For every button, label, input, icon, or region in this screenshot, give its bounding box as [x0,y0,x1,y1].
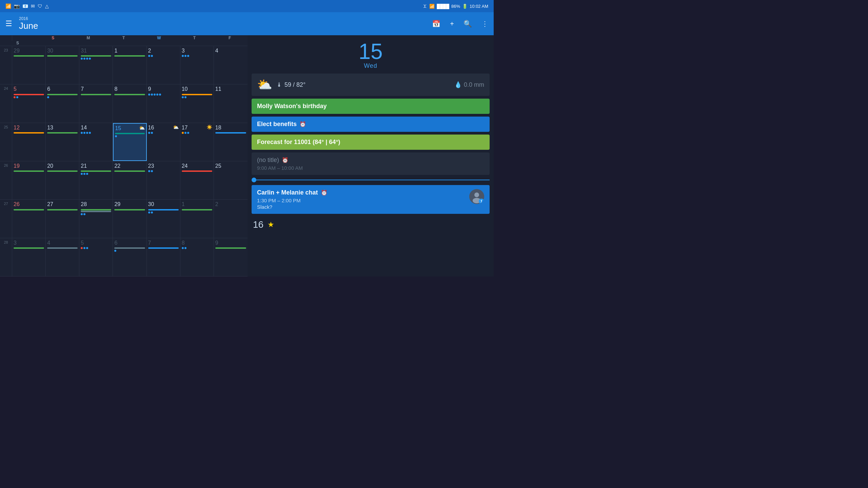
next-day-row: 16 ★ [248,217,494,233]
rain-icon: 💧 [454,81,462,88]
event-dot [148,55,150,57]
calendar-day[interactable]: 9 [147,84,180,122]
search-button[interactable]: 🔍 [463,20,472,28]
calendar-day[interactable]: 31 [79,46,113,84]
event-dot [83,132,85,134]
calendar-day[interactable]: 29 [113,200,146,238]
calendar-grid: 232930311234245678910112512131415⛅16⛅17☀… [0,46,248,277]
chat-event-card[interactable]: Carlin + Melanie chat ⏰ 1:30 PM – 2:00 P… [252,185,490,214]
day-header-thu: T [177,35,212,41]
event-bars [114,209,145,210]
calendar-day[interactable]: 20 [46,161,79,199]
calendar-day[interactable]: 17☀️ [180,123,214,161]
cell-weather-icon: ☀️ [206,124,212,130]
event-dots [81,132,111,134]
day-number: 30 [148,201,179,207]
calendar-day[interactable]: 12 [12,123,46,161]
no-title-event-card[interactable]: (no title) ⏰ 9:00 AM – 10:00 AM [252,152,490,175]
event-dot [86,247,88,249]
day-number: 6 [114,240,145,246]
calendar-day[interactable]: 11 [214,84,248,122]
day-header-sun: S [35,35,71,41]
event-bar [114,247,145,249]
thermometer-icon: 🌡 [276,81,282,88]
event-bar [114,170,145,172]
calendar-day[interactable]: 8 [180,238,214,276]
day-number: 1 [114,47,145,54]
month-label: June [19,21,38,31]
event-bars [148,209,179,210]
event-bar [182,94,212,95]
event-bars [182,209,212,210]
event-dot [151,170,153,172]
event-bar [215,247,246,249]
current-time-marker [252,178,490,182]
calendar-day[interactable]: 3 [180,46,214,84]
calendar-day[interactable]: 16⛅ [147,123,180,161]
chat-event-inner: Carlin + Melanie chat ⏰ 1:30 PM – 2:00 P… [257,189,484,210]
event-dot [184,55,186,57]
main-content: S M T W T F S 23293031123424567891011251… [0,35,494,277]
alarm-icon: ⏰ [299,121,306,127]
calendar-day[interactable]: 4 [46,238,79,276]
calendar-day[interactable]: 29 [12,46,46,84]
event-bars [14,170,44,172]
calendar-day[interactable]: 9 [214,238,248,276]
calendar-day[interactable]: 28 [79,200,113,238]
calendar-day[interactable]: 4 [214,46,248,84]
calendar-day[interactable]: 7 [147,238,180,276]
birthday-event-card[interactable]: Molly Watson's birthday [252,99,490,114]
calendar-day[interactable]: 30 [147,200,180,238]
calendar-day[interactable]: 5 [79,238,113,276]
calendar-day[interactable]: 24 [180,161,214,199]
calendar-day[interactable]: 2 [214,200,248,238]
calendar-day[interactable]: 10 [180,84,214,122]
calendar-day[interactable]: 27 [46,200,79,238]
event-bars [215,132,246,134]
calendar-day[interactable]: 5 [12,84,46,122]
day-number: 6 [47,86,78,92]
calendar-day[interactable]: 3 [12,238,46,276]
forecast-event-card[interactable]: Forecast for 11001 (84° | 64°) [252,135,490,150]
calendar-week-28: 283456789 [0,238,248,277]
chat-avatar: 1 [469,189,484,204]
calendar-day[interactable]: 2 [147,46,180,84]
calendar-day[interactable]: 26 [12,200,46,238]
event-dots [81,58,111,60]
outlook-icon: 📧 [22,3,28,9]
hamburger-menu-button[interactable]: ☰ [5,19,12,28]
calendar-day[interactable]: 1 [180,200,214,238]
calendar-day[interactable]: 6 [46,84,79,122]
day-number: 7 [81,86,111,92]
more-options-button[interactable]: ⋮ [481,20,488,28]
event-bars [47,247,78,249]
event-bars [47,209,78,210]
calendar-day[interactable]: 25 [214,161,248,199]
calendar-day[interactable]: 18 [214,123,248,161]
event-bar [81,209,111,210]
calendar-day[interactable]: 1 [113,46,146,84]
event-bars [215,247,246,249]
calendar-day[interactable]: 22 [113,161,146,199]
calendar-view-button[interactable]: 📅 [432,20,440,28]
add-event-button[interactable]: + [450,20,454,28]
calendar-day[interactable]: 7 [79,84,113,122]
benefits-event-card[interactable]: Elect benefits ⏰ [252,117,490,132]
day-number: 14 [81,124,111,131]
calendar-day[interactable]: 13 [46,123,79,161]
calendar-day[interactable]: 19 [12,161,46,199]
calendar-day[interactable]: 21 [79,161,113,199]
event-bars [14,247,44,249]
calendar-day[interactable]: 8 [113,84,146,122]
event-bar [81,211,111,212]
calendar-day[interactable]: 14 [79,123,113,161]
event-bars [47,132,78,134]
event-bars [81,55,111,57]
calendar-day[interactable]: 15⛅ [113,123,146,161]
calendar-day[interactable]: 23 [147,161,180,199]
event-dots [81,173,111,175]
calendar-day[interactable]: 6 [113,238,146,276]
calendar-day[interactable]: 30 [46,46,79,84]
battery-percent: 86% [451,4,460,9]
event-dots [14,96,44,98]
